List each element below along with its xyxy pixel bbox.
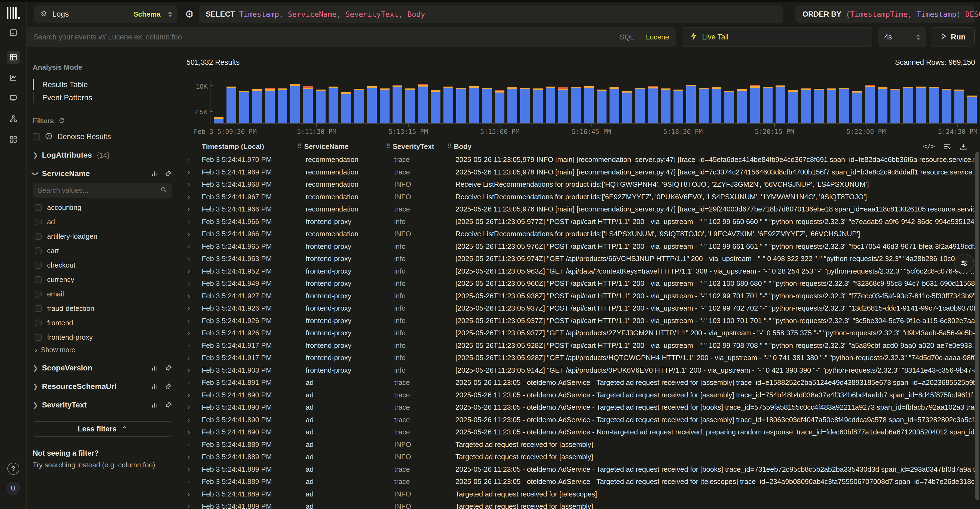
- filter-group-resourceschemaurl[interactable]: ❯ ResourceSchemaUrl: [33, 382, 172, 391]
- service-filter-option[interactable]: artillery-loadgen: [35, 231, 172, 242]
- denoise-results-toggle[interactable]: Denoise Results: [33, 132, 172, 141]
- log-table-row[interactable]: › Feb 3 5:24:41.966 PM frontend-proxy in…: [180, 216, 975, 228]
- code-view-icon[interactable]: </>: [923, 143, 935, 150]
- analysis-mode-item[interactable]: Event Patterns: [33, 91, 172, 104]
- expand-chevron-icon[interactable]: ›: [188, 292, 202, 300]
- service-filter-option[interactable]: ad: [35, 216, 172, 227]
- expand-chevron-icon[interactable]: ›: [188, 230, 202, 238]
- expand-chevron-icon[interactable]: ›: [188, 353, 202, 362]
- service-filter-option[interactable]: frontend-proxy: [35, 332, 172, 343]
- source-settings-button[interactable]: ⚙: [182, 5, 196, 23]
- log-table-row[interactable]: › Feb 3 5:24:41.966 PM recommendation IN…: [180, 228, 975, 240]
- log-table-row[interactable]: › Feb 3 5:24:41.889 PM ad INFO Targeted …: [180, 439, 975, 451]
- log-table-row[interactable]: › Feb 3 5:24:41.927 PM frontend-proxy in…: [180, 290, 975, 302]
- log-table-row[interactable]: › Feb 3 5:24:41.965 PM frontend-proxy in…: [180, 240, 975, 253]
- expand-chevron-icon[interactable]: ›: [188, 279, 202, 288]
- show-more-button[interactable]: › Show more: [33, 346, 172, 354]
- expand-chevron-icon[interactable]: ›: [188, 477, 202, 486]
- service-filter-option[interactable]: frontend: [35, 317, 172, 328]
- denoise-checkbox[interactable]: [33, 133, 40, 140]
- log-table-row[interactable]: › Feb 3 5:24:41.889 PM ad INFO Targeted …: [180, 500, 975, 509]
- expand-chevron-icon[interactable]: ›: [188, 193, 202, 201]
- log-table-row[interactable]: › Feb 3 5:24:41.889 PM ad INFO Targeted …: [180, 451, 975, 463]
- expand-chevron-icon[interactable]: ›: [188, 441, 202, 449]
- log-table-row[interactable]: › Feb 3 5:24:41.889 PM ad INFO Targeted …: [180, 488, 975, 501]
- log-table-row[interactable]: › Feb 3 5:24:41.889 PM ad trace 2025-05-…: [180, 463, 975, 476]
- service-filter-option[interactable]: fraud-detection: [35, 303, 172, 314]
- value-search-input[interactable]: [38, 186, 160, 195]
- pin-icon[interactable]: [164, 364, 172, 372]
- filter-group-severitytext[interactable]: ❯ SeverityText: [33, 401, 172, 409]
- analysis-mode-item[interactable]: Results Table: [33, 78, 172, 91]
- expand-chevron-icon[interactable]: ›: [188, 453, 202, 461]
- drag-handle-icon[interactable]: ⠿: [447, 143, 451, 150]
- source-selector[interactable]: Logs Schema: [34, 5, 178, 23]
- column-settings-icon[interactable]: [943, 142, 951, 151]
- filter-group-scopeversion[interactable]: ❯ ScopeVersion: [33, 364, 172, 372]
- refresh-icon[interactable]: [58, 117, 65, 125]
- bar-chart-icon[interactable]: [151, 383, 158, 390]
- pin-icon[interactable]: [164, 401, 172, 409]
- expand-chevron-icon[interactable]: ›: [188, 490, 202, 498]
- log-table-row[interactable]: › Feb 3 5:24:41.969 PM recommendation tr…: [180, 166, 975, 178]
- expand-chevron-icon[interactable]: ›: [188, 502, 202, 509]
- live-tail-button[interactable]: Live Tail: [682, 27, 872, 47]
- expand-chevron-icon[interactable]: ›: [188, 254, 202, 263]
- orderby-clause-input[interactable]: ORDER BY (TimestampTime, Timestamp) DESC: [795, 5, 975, 23]
- expand-chevron-icon[interactable]: ›: [188, 391, 202, 399]
- filter-checkbox[interactable]: [35, 204, 41, 211]
- expand-chevron-icon[interactable]: ›: [188, 242, 202, 251]
- expand-chevron-icon[interactable]: ›: [188, 205, 202, 213]
- log-table-row[interactable]: › Feb 3 5:24:41.890 PM ad trace 2025-05-…: [180, 389, 975, 401]
- expand-chevron-icon[interactable]: ›: [188, 317, 202, 325]
- log-table-row[interactable]: › Feb 3 5:24:41.926 PM frontend-proxy in…: [180, 315, 975, 327]
- log-table-row[interactable]: › Feb 3 5:24:41.926 PM frontend-proxy in…: [180, 327, 975, 339]
- sql-toggle[interactable]: SQL: [620, 33, 634, 41]
- log-table-row[interactable]: › Feb 3 5:24:41.968 PM recommendation IN…: [180, 178, 975, 191]
- log-table-row[interactable]: › Feb 3 5:24:41.890 PM ad trace 2025-05-…: [180, 414, 975, 426]
- pin-icon[interactable]: [164, 170, 172, 178]
- column-header-timestamp[interactable]: Timestamp (Local): [202, 142, 298, 151]
- service-filter-option[interactable]: email: [35, 288, 172, 299]
- log-table-row[interactable]: › Feb 3 5:24:41.949 PM frontend-proxy in…: [180, 277, 975, 290]
- expand-chevron-icon[interactable]: ›: [188, 156, 202, 164]
- download-icon[interactable]: [959, 142, 967, 151]
- log-table-row[interactable]: › Feb 3 5:24:41.952 PM frontend-proxy in…: [180, 265, 975, 278]
- log-table-row[interactable]: › Feb 3 5:24:41.890 PM ad trace 2025-05-…: [180, 401, 975, 414]
- expand-chevron-icon[interactable]: ›: [188, 428, 202, 436]
- service-filter-option[interactable]: accounting: [35, 202, 172, 213]
- less-filters-button[interactable]: Less filters ⌃: [33, 422, 172, 437]
- service-filter-option[interactable]: checkout: [35, 260, 172, 270]
- log-table-row[interactable]: › Feb 3 5:24:41.970 PM recommendation tr…: [180, 154, 975, 166]
- log-table-row[interactable]: › Feb 3 5:24:41.966 PM recommendation tr…: [180, 203, 975, 216]
- filter-group-servicename[interactable]: ❯ ServiceName: [33, 169, 172, 178]
- filter-group-logattributes[interactable]: ❯ LogAttributes {14}: [33, 151, 172, 159]
- nav-logs-table-icon[interactable]: [7, 51, 20, 64]
- lucene-toggle[interactable]: Lucene: [646, 33, 669, 41]
- expand-chevron-icon[interactable]: ›: [188, 168, 202, 177]
- filter-checkbox[interactable]: [35, 247, 41, 254]
- expand-chevron-icon[interactable]: ›: [188, 416, 202, 424]
- filter-checkbox[interactable]: [35, 219, 41, 225]
- filter-checkbox[interactable]: [35, 291, 41, 297]
- nav-sessions-icon[interactable]: [7, 91, 20, 105]
- search-input[interactable]: [33, 33, 620, 41]
- expand-chevron-icon[interactable]: ›: [188, 379, 202, 387]
- service-filter-option[interactable]: cart: [35, 245, 172, 256]
- log-table-row[interactable]: › Feb 3 5:24:41.917 PM frontend-proxy in…: [180, 339, 975, 352]
- filter-checkbox[interactable]: [35, 233, 41, 240]
- nav-chart-explorer-icon[interactable]: [7, 71, 20, 84]
- filter-checkbox[interactable]: [35, 334, 41, 341]
- nav-service-map-icon[interactable]: [7, 112, 20, 125]
- log-table-row[interactable]: › Feb 3 5:24:41.917 PM frontend-proxy in…: [180, 352, 975, 364]
- column-header-body[interactable]: ⠿ Body: [447, 142, 980, 151]
- nav-search-panel-icon[interactable]: [7, 26, 20, 39]
- help-button[interactable]: ?: [7, 463, 19, 475]
- run-button[interactable]: Run: [931, 27, 975, 47]
- expand-chevron-icon[interactable]: ›: [188, 180, 202, 189]
- log-table-row[interactable]: › Feb 3 5:24:41.903 PM frontend-proxy in…: [180, 364, 975, 377]
- drag-handle-icon[interactable]: ⠿: [386, 143, 390, 150]
- refresh-interval-select[interactable]: 4s: [878, 27, 926, 47]
- nav-dashboards-icon[interactable]: [7, 133, 20, 146]
- column-header-servicename[interactable]: ⠿ ServiceName: [298, 142, 386, 151]
